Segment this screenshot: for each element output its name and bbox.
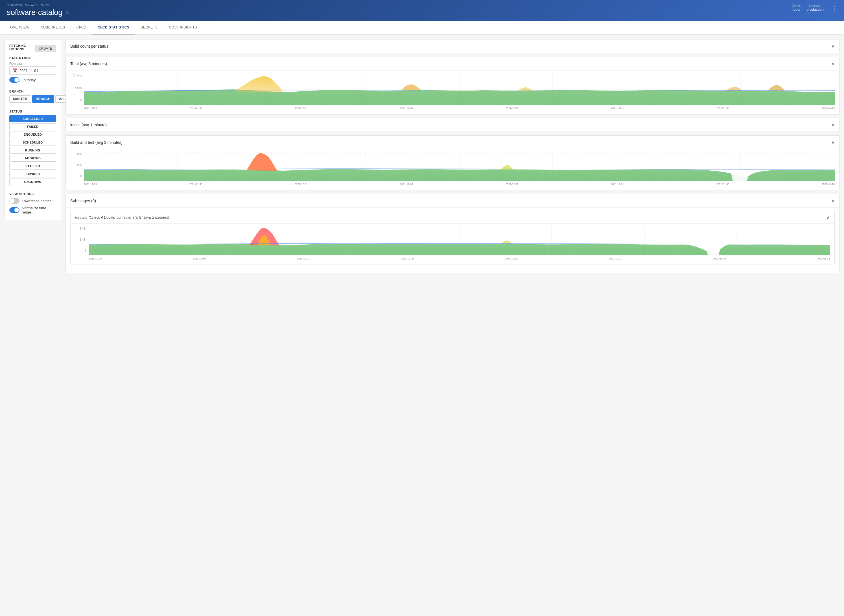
status-btn-scheduled[interactable]: SCHEDULED (9, 139, 56, 146)
branch-btn-branch[interactable]: BRANCH (32, 95, 54, 103)
owner-label: Owner (792, 4, 801, 7)
page-title: software-catalog (7, 8, 62, 17)
total-chart-header[interactable]: Total (avg 6 minutes) ∧ (66, 57, 839, 70)
normalize-toggle[interactable] (9, 207, 19, 213)
build-test-x-labels: 2021-11-09 2021-11-30 2021-12-01 2021-12… (84, 183, 835, 186)
build-count-header[interactable]: Build count per status ∨ (66, 40, 839, 53)
lowercase-toggle[interactable] (9, 198, 19, 204)
total-chart-title: Total (avg 6 minutes) (70, 62, 107, 66)
from-date-label: From date (9, 62, 56, 65)
install-chart-header[interactable]: install (avg 1 minute) ∨ (66, 118, 839, 132)
docker-x-labels: 2021-11-09 2021-11-30 2021-12-01 2021-12… (89, 257, 830, 260)
docker-chart-area (89, 227, 830, 256)
docker-sub-header[interactable]: running "Check if Docker container start… (71, 211, 834, 224)
build-count-card: Build count per status ∨ (66, 39, 840, 53)
sub-stages-title: Sub stages (9) (70, 199, 96, 203)
sub-stages-card: Sub stages (9) ∧ running "Check if Docke… (66, 194, 840, 273)
date-range-label: DATE RANGE (9, 56, 56, 60)
from-date-value: 2021-11-01 (19, 69, 38, 73)
install-chart-card: install (avg 1 minute) ∨ (66, 118, 840, 132)
build-test-chart-area (84, 153, 835, 182)
status-btn-unknown[interactable]: UNKNOWN (9, 179, 56, 185)
docker-sub-title: running "Check if Docker container start… (75, 215, 169, 219)
branch-btn-master[interactable]: MASTER (9, 95, 31, 103)
docker-y-labels: 4 min 2 min 0 (75, 227, 86, 252)
status-btn-failed[interactable]: FAILED (9, 123, 56, 130)
owner-value: tools (792, 7, 801, 12)
docker-chart-container: 4 min 2 min 0 (75, 227, 830, 260)
sidebar: FETCHING OPTIONS UPDATE DATE RANGE From … (4, 39, 61, 220)
chevron-up-icon-sub-stages: ∧ (831, 198, 835, 203)
star-icon[interactable]: ☆ (65, 9, 70, 16)
sub-stages-body: running "Check if Docker container start… (66, 208, 839, 273)
normalize-toggle-row: Normalize time range (9, 206, 56, 214)
from-date-input[interactable]: 📅 2021-11-01 (9, 66, 56, 75)
build-test-chart-card: Build and test (avg 3 minutes) ∧ 5 min 3… (66, 135, 840, 191)
chevron-down-icon-install: ∨ (831, 122, 835, 128)
total-chart-area (84, 74, 835, 106)
owner-meta: Owner tools (792, 4, 801, 12)
branch-buttons: MASTER BRANCH ALL (9, 95, 56, 103)
status-btn-succeeded[interactable]: SUCCEEDED (9, 115, 56, 122)
chevron-up-icon-docker: ∧ (826, 215, 830, 220)
chevron-up-icon-total: ∧ (831, 61, 835, 66)
tabs-bar: OVERVIEW KUBERNETES CI/CD CI/CD STATISTI… (0, 21, 844, 35)
build-count-title: Build count per status (70, 44, 109, 48)
tab-cicd[interactable]: CI/CD (71, 21, 92, 34)
lifecycle-label: Lifecycle (806, 4, 824, 7)
status-btn-enqueued[interactable]: ENQUEUED (9, 131, 56, 138)
status-btn-stalled[interactable]: STALLED (9, 163, 56, 170)
breadcrumb: COMPONENT — SERVICE (7, 3, 837, 7)
lifecycle-meta: Lifecycle production (806, 4, 824, 12)
build-test-chart-header[interactable]: Build and test (avg 3 minutes) ∧ (66, 136, 839, 149)
header: COMPONENT — SERVICE software-catalog ☆ O… (0, 0, 844, 21)
tab-secrets[interactable]: SECRETS (135, 21, 163, 34)
install-chart-title: install (avg 1 minute) (70, 123, 107, 127)
total-x-labels: 2021-11-09 2021-11-30 2021-12-01 2021-12… (84, 107, 835, 110)
content-area: Build count per status ∨ Total (avg 6 mi… (66, 39, 840, 276)
tab-cost-insights[interactable]: COST INSIGHTS (163, 21, 203, 34)
tab-cicd-statistics[interactable]: CI/CD STATISTICS (92, 21, 135, 34)
total-y-labels: 10 min 5 min 0 (70, 74, 82, 102)
more-menu-icon[interactable]: ⋮ (832, 4, 837, 11)
view-options-label: VIEW OPTIONS (9, 192, 56, 196)
lowercase-label: Lowercase names (22, 199, 51, 203)
docker-sub-card: running "Check if Docker container start… (70, 211, 835, 265)
update-button[interactable]: UPDATE (35, 45, 56, 52)
to-today-toggle[interactable] (9, 77, 19, 83)
build-test-chart-title: Build and test (avg 3 minutes) (70, 140, 122, 145)
sub-stages-header[interactable]: Sub stages (9) ∧ (66, 194, 839, 208)
chevron-down-icon: ∨ (831, 43, 835, 49)
main-content: FETCHING OPTIONS UPDATE DATE RANGE From … (0, 35, 844, 281)
build-test-y-labels: 5 min 3 min 0 (70, 153, 82, 178)
calendar-icon: 📅 (12, 68, 17, 73)
lifecycle-value: production (806, 7, 824, 12)
divider-2 (9, 106, 56, 106)
status-btn-aborted[interactable]: ABORTED (9, 155, 56, 161)
status-btn-running[interactable]: RUNNING (9, 147, 56, 154)
tab-overview[interactable]: OVERVIEW (4, 21, 35, 34)
total-chart-container: 10 min 5 min 0 (70, 74, 835, 110)
build-test-chart-container: 5 min 3 min 0 (70, 153, 835, 186)
docker-sub-body: 4 min 2 min 0 (71, 224, 834, 265)
divider-3 (9, 189, 56, 189)
build-test-chart-body: 5 min 3 min 0 (66, 149, 839, 190)
lowercase-toggle-row: Lowercase names (9, 198, 56, 204)
to-today-toggle-row: To today (9, 77, 56, 83)
to-today-label: To today (22, 78, 35, 82)
branch-label: BRANCH (9, 90, 56, 93)
total-chart-card: Total (avg 6 minutes) ∧ 10 min 5 min 0 (66, 57, 840, 114)
chevron-up-icon-build-test: ∧ (831, 139, 835, 145)
total-chart-body: 10 min 5 min 0 (66, 70, 839, 114)
tab-kubernetes[interactable]: KUBERNETES (35, 21, 71, 34)
normalize-label: Normalize time range (22, 206, 56, 214)
status-btn-expired[interactable]: EXPIRED (9, 171, 56, 177)
status-label: STATUS (9, 110, 56, 113)
fetching-options-label: FETCHING OPTIONS (9, 44, 35, 51)
